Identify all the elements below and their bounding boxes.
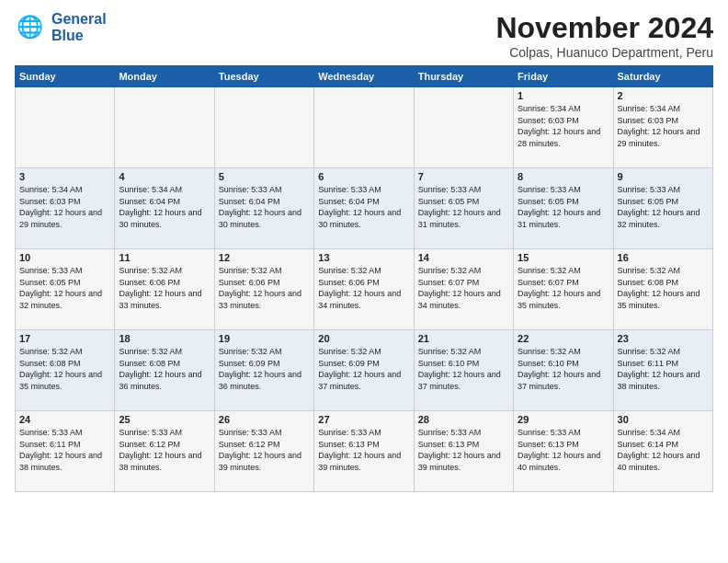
day-info: Sunrise: 5:34 AM Sunset: 6:04 PM Dayligh…	[119, 184, 210, 230]
day-cell: 10Sunrise: 5:33 AM Sunset: 6:05 PM Dayli…	[16, 249, 115, 330]
day-number: 7	[418, 171, 509, 182]
day-info: Sunrise: 5:32 AM Sunset: 6:10 PM Dayligh…	[518, 346, 609, 392]
day-cell: 6Sunrise: 5:33 AM Sunset: 6:04 PM Daylig…	[314, 168, 414, 249]
day-number: 21	[418, 333, 509, 344]
day-cell: 27Sunrise: 5:33 AM Sunset: 6:13 PM Dayli…	[314, 411, 414, 492]
col-header-wednesday: Wednesday	[314, 66, 414, 87]
calendar-table: SundayMondayTuesdayWednesdayThursdayFrid…	[15, 65, 713, 492]
day-cell: 5Sunrise: 5:33 AM Sunset: 6:04 PM Daylig…	[214, 168, 313, 249]
day-number: 10	[19, 252, 110, 263]
day-info: Sunrise: 5:34 AM Sunset: 6:03 PM Dayligh…	[618, 103, 709, 149]
day-cell: 24Sunrise: 5:33 AM Sunset: 6:11 PM Dayli…	[16, 411, 115, 492]
day-cell: 21Sunrise: 5:32 AM Sunset: 6:10 PM Dayli…	[414, 330, 513, 411]
day-info: Sunrise: 5:33 AM Sunset: 6:04 PM Dayligh…	[318, 184, 409, 230]
day-info: Sunrise: 5:32 AM Sunset: 6:08 PM Dayligh…	[618, 265, 709, 311]
day-info: Sunrise: 5:33 AM Sunset: 6:12 PM Dayligh…	[219, 427, 310, 473]
day-info: Sunrise: 5:33 AM Sunset: 6:12 PM Dayligh…	[119, 427, 210, 473]
subtitle: Colpas, Huanuco Department, Peru	[495, 45, 713, 60]
title-block: November 2024 Colpas, Huanuco Department…	[495, 11, 713, 60]
day-info: Sunrise: 5:32 AM Sunset: 6:08 PM Dayligh…	[119, 346, 210, 392]
day-number: 4	[119, 171, 210, 182]
day-cell: 23Sunrise: 5:32 AM Sunset: 6:11 PM Dayli…	[613, 330, 712, 411]
day-number: 24	[19, 414, 110, 425]
day-info: Sunrise: 5:32 AM Sunset: 6:09 PM Dayligh…	[318, 346, 409, 392]
col-header-sunday: Sunday	[16, 66, 115, 87]
day-cell: 20Sunrise: 5:32 AM Sunset: 6:09 PM Dayli…	[314, 330, 414, 411]
day-info: Sunrise: 5:33 AM Sunset: 6:13 PM Dayligh…	[418, 427, 509, 473]
day-cell	[214, 87, 313, 168]
day-number: 3	[19, 171, 110, 182]
day-number: 6	[318, 171, 409, 182]
day-cell: 28Sunrise: 5:33 AM Sunset: 6:13 PM Dayli…	[414, 411, 513, 492]
day-cell: 14Sunrise: 5:32 AM Sunset: 6:07 PM Dayli…	[414, 249, 513, 330]
day-number: 11	[119, 252, 210, 263]
day-cell: 2Sunrise: 5:34 AM Sunset: 6:03 PM Daylig…	[613, 87, 712, 168]
day-cell: 9Sunrise: 5:33 AM Sunset: 6:05 PM Daylig…	[613, 168, 712, 249]
day-info: Sunrise: 5:33 AM Sunset: 6:13 PM Dayligh…	[518, 427, 609, 473]
day-info: Sunrise: 5:33 AM Sunset: 6:13 PM Dayligh…	[318, 427, 409, 473]
logo-icon: 🌐	[15, 11, 48, 44]
day-cell: 1Sunrise: 5:34 AM Sunset: 6:03 PM Daylig…	[514, 87, 613, 168]
day-cell: 25Sunrise: 5:33 AM Sunset: 6:12 PM Dayli…	[115, 411, 214, 492]
logo-text: General Blue	[51, 11, 107, 44]
col-header-saturday: Saturday	[613, 66, 712, 87]
day-cell: 17Sunrise: 5:32 AM Sunset: 6:08 PM Dayli…	[16, 330, 115, 411]
day-cell	[414, 87, 513, 168]
day-number: 22	[518, 333, 609, 344]
week-row-4: 17Sunrise: 5:32 AM Sunset: 6:08 PM Dayli…	[16, 330, 713, 411]
day-info: Sunrise: 5:33 AM Sunset: 6:04 PM Dayligh…	[219, 184, 310, 230]
day-info: Sunrise: 5:32 AM Sunset: 6:06 PM Dayligh…	[219, 265, 310, 311]
day-number: 23	[618, 333, 709, 344]
col-header-monday: Monday	[115, 66, 214, 87]
col-header-thursday: Thursday	[414, 66, 513, 87]
day-number: 1	[518, 90, 609, 101]
day-cell: 8Sunrise: 5:33 AM Sunset: 6:05 PM Daylig…	[514, 168, 613, 249]
day-number: 27	[318, 414, 409, 425]
header: 🌐 General Blue November 2024 Colpas, Hua…	[15, 11, 713, 60]
day-cell: 16Sunrise: 5:32 AM Sunset: 6:08 PM Dayli…	[613, 249, 712, 330]
day-cell	[314, 87, 414, 168]
main-title: November 2024	[495, 11, 713, 45]
day-cell: 7Sunrise: 5:33 AM Sunset: 6:05 PM Daylig…	[414, 168, 513, 249]
day-cell: 3Sunrise: 5:34 AM Sunset: 6:03 PM Daylig…	[16, 168, 115, 249]
day-cell: 26Sunrise: 5:33 AM Sunset: 6:12 PM Dayli…	[214, 411, 313, 492]
day-number: 12	[219, 252, 310, 263]
day-info: Sunrise: 5:32 AM Sunset: 6:08 PM Dayligh…	[19, 346, 110, 392]
day-cell	[115, 87, 214, 168]
day-info: Sunrise: 5:34 AM Sunset: 6:03 PM Dayligh…	[518, 103, 609, 149]
day-info: Sunrise: 5:33 AM Sunset: 6:05 PM Dayligh…	[418, 184, 509, 230]
day-number: 16	[618, 252, 709, 263]
day-number: 2	[618, 90, 709, 101]
day-cell: 19Sunrise: 5:32 AM Sunset: 6:09 PM Dayli…	[214, 330, 313, 411]
day-number: 15	[518, 252, 609, 263]
day-cell: 13Sunrise: 5:32 AM Sunset: 6:06 PM Dayli…	[314, 249, 414, 330]
day-info: Sunrise: 5:34 AM Sunset: 6:14 PM Dayligh…	[618, 427, 709, 473]
day-number: 19	[219, 333, 310, 344]
day-info: Sunrise: 5:32 AM Sunset: 6:11 PM Dayligh…	[618, 346, 709, 392]
day-cell: 11Sunrise: 5:32 AM Sunset: 6:06 PM Dayli…	[115, 249, 214, 330]
week-row-2: 3Sunrise: 5:34 AM Sunset: 6:03 PM Daylig…	[16, 168, 713, 249]
day-info: Sunrise: 5:33 AM Sunset: 6:05 PM Dayligh…	[19, 265, 110, 311]
day-cell: 29Sunrise: 5:33 AM Sunset: 6:13 PM Dayli…	[514, 411, 613, 492]
day-cell: 12Sunrise: 5:32 AM Sunset: 6:06 PM Dayli…	[214, 249, 313, 330]
day-cell	[16, 87, 115, 168]
logo: 🌐 General Blue	[15, 11, 107, 44]
day-number: 30	[618, 414, 709, 425]
day-info: Sunrise: 5:32 AM Sunset: 6:06 PM Dayligh…	[318, 265, 409, 311]
calendar-container: 🌐 General Blue November 2024 Colpas, Hua…	[0, 0, 728, 500]
day-number: 17	[19, 333, 110, 344]
day-cell: 18Sunrise: 5:32 AM Sunset: 6:08 PM Dayli…	[115, 330, 214, 411]
day-number: 25	[119, 414, 210, 425]
day-number: 18	[119, 333, 210, 344]
day-info: Sunrise: 5:33 AM Sunset: 6:11 PM Dayligh…	[19, 427, 110, 473]
col-header-friday: Friday	[514, 66, 613, 87]
day-number: 28	[418, 414, 509, 425]
day-cell: 4Sunrise: 5:34 AM Sunset: 6:04 PM Daylig…	[115, 168, 214, 249]
day-cell: 22Sunrise: 5:32 AM Sunset: 6:10 PM Dayli…	[514, 330, 613, 411]
day-number: 9	[618, 171, 709, 182]
day-info: Sunrise: 5:34 AM Sunset: 6:03 PM Dayligh…	[19, 184, 110, 230]
day-number: 13	[318, 252, 409, 263]
day-cell: 15Sunrise: 5:32 AM Sunset: 6:07 PM Dayli…	[514, 249, 613, 330]
day-info: Sunrise: 5:33 AM Sunset: 6:05 PM Dayligh…	[518, 184, 609, 230]
day-info: Sunrise: 5:32 AM Sunset: 6:07 PM Dayligh…	[518, 265, 609, 311]
